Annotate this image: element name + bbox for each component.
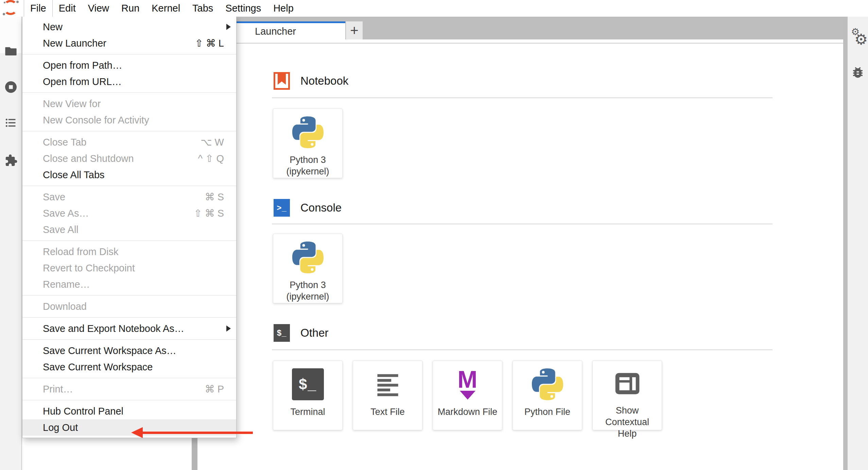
menu-item-revert-to-checkpoint[interactable]: Revert to Checkpoint: [22, 260, 236, 276]
menu-divider: [22, 240, 236, 241]
menu-divider: [22, 131, 236, 131]
section-divider: [272, 349, 772, 350]
menu-item-label: New Launcher: [43, 38, 195, 49]
menu-item-save[interactable]: Save⌘ S: [22, 189, 236, 205]
menu-item-label: New: [43, 21, 224, 33]
menu-item-label: New View for: [43, 98, 224, 110]
menu-item-save-and-export-notebook-as[interactable]: Save and Export Notebook As…: [22, 320, 236, 337]
terminal-icon: $_: [292, 368, 324, 401]
menubar-item-file[interactable]: File: [24, 0, 53, 17]
menu-divider: [22, 400, 236, 400]
extensions-icon: [4, 154, 18, 169]
launcher-card-label: Show Contextual Help: [595, 405, 660, 439]
menu-item-reload-from-disk[interactable]: Reload from Disk: [22, 244, 236, 260]
menu-item-save-as[interactable]: Save As…⇧ ⌘ S: [22, 205, 236, 221]
menu-item-label: Download: [43, 301, 224, 312]
menu-item-close-tab[interactable]: Close Tab⌥ W: [22, 134, 236, 150]
plus-icon: +: [350, 22, 359, 39]
submenu-arrow-icon: [226, 325, 231, 332]
menubar-item-kernel[interactable]: Kernel: [145, 0, 186, 17]
launcher-card-label: Text File: [370, 406, 405, 418]
debugger-icon: [851, 65, 865, 81]
menu-item-close-and-shutdown[interactable]: Close and Shutdown^ ⇧ Q: [22, 150, 236, 167]
sidebar-button-table-of-contents[interactable]: [0, 112, 21, 135]
menu-item-label: Save Current Workspace: [43, 362, 224, 373]
menu-item-label: Close and Shutdown: [43, 153, 198, 164]
sidebar-button-property-inspector[interactable]: ⚙⚙: [848, 26, 868, 49]
file-menu: NewNew Launcher⇧ ⌘ LOpen from Path…Open …: [22, 16, 237, 438]
menu-divider: [22, 54, 236, 54]
menu-divider: [22, 186, 236, 186]
section-title-notebook: Notebook: [300, 74, 348, 88]
left-sidebar: [0, 17, 22, 470]
new-tab-button[interactable]: +: [346, 21, 363, 39]
sidebar-button-extensions[interactable]: [0, 149, 21, 173]
menu-item-rename[interactable]: Rename…: [22, 276, 236, 292]
menubar-item-settings[interactable]: Settings: [219, 0, 267, 17]
section-divider: [272, 97, 772, 98]
menu-item-shortcut: ⌥ W: [201, 136, 224, 148]
menu-item-save-current-workspace-as[interactable]: Save Current Workspace As…: [22, 342, 236, 359]
menubar: FileEditViewRunKernelTabsSettingsHelp: [0, 0, 868, 17]
menu-item-open-from-path[interactable]: Open from Path…: [22, 57, 236, 73]
launcher-card-label: Python 3 (ipykernel): [276, 154, 340, 178]
menu-item-open-from-url[interactable]: Open from URL…: [22, 73, 236, 90]
menu-item-shortcut: ⌘ S: [205, 191, 224, 203]
menubar-item-edit[interactable]: Edit: [53, 0, 82, 17]
menu-item-label: Close All Tabs: [43, 169, 224, 181]
menu-item-new-console-for-activity[interactable]: New Console for Activity: [22, 112, 236, 128]
property-inspector-icon: ⚙⚙: [848, 27, 867, 48]
menu-item-close-all-tabs[interactable]: Close All Tabs: [22, 167, 236, 183]
sidebar-button-running-kernels[interactable]: [0, 76, 21, 100]
section-title-console: Console: [300, 201, 342, 215]
launcher-card-python-file[interactable]: Python File: [513, 360, 582, 430]
launcher-card-label: Markdown File: [438, 406, 498, 418]
menu-item-save-current-workspace[interactable]: Save Current Workspace: [22, 359, 236, 375]
launcher-card-terminal[interactable]: $_Terminal: [273, 360, 343, 430]
jupyter-logo-dot: [3, 13, 5, 15]
folder-icon: [4, 45, 17, 59]
menu-item-label: Save and Export Notebook As…: [43, 323, 224, 334]
menu-item-shortcut: ⌘ P: [205, 383, 224, 395]
menu-item-label: Revert to Checkpoint: [43, 263, 224, 274]
python-logo: [292, 116, 324, 149]
sidebar-button-debugger[interactable]: [848, 61, 868, 85]
dock-right-gutter: [843, 17, 848, 470]
launcher-card-python-3-ipykernel[interactable]: Python 3 (ipykernel): [273, 108, 343, 178]
menu-item-shortcut: ⇧ ⌘ S: [194, 207, 224, 219]
menu-item-shortcut: ⇧ ⌘ L: [195, 37, 224, 49]
launcher-card-markdown-file[interactable]: MMarkdown File: [433, 360, 502, 430]
menu-divider: [22, 93, 236, 93]
menu-item-new[interactable]: New: [22, 19, 236, 35]
menu-item-download[interactable]: Download: [22, 298, 236, 315]
right-sidebar: ⚙⚙: [848, 17, 868, 470]
menu-item-save-all[interactable]: Save All: [22, 221, 236, 238]
launcher-card-python-3-ipykernel[interactable]: Python 3 (ipykernel): [273, 234, 343, 303]
contextual-help-icon: [611, 368, 643, 400]
other-icon: $_: [274, 324, 290, 342]
menu-item-new-launcher[interactable]: New Launcher⇧ ⌘ L: [22, 35, 236, 51]
menu-item-label: Save All: [43, 224, 224, 235]
menu-item-label: New Console for Activity: [43, 115, 224, 126]
console-icon: >_: [274, 199, 290, 217]
markdown-icon: M: [452, 368, 484, 401]
section-divider: [272, 223, 772, 224]
jupyter-logo-dot: [16, 1, 19, 3]
menubar-item-help[interactable]: Help: [267, 0, 300, 17]
python-logo: [292, 241, 324, 274]
menu-item-new-view-for[interactable]: New View for: [22, 96, 236, 112]
launcher-card-show-contextual-help[interactable]: Show Contextual Help: [592, 360, 662, 430]
submenu-arrow-icon: [226, 24, 231, 30]
launcher-card-text-file[interactable]: Text File: [353, 360, 422, 430]
sidebar-button-folder[interactable]: [0, 40, 21, 64]
menubar-item-view[interactable]: View: [82, 0, 115, 17]
annotation-arrow-line: [139, 432, 253, 434]
menu-item-print[interactable]: Print…⌘ P: [22, 381, 236, 397]
menubar-item-run[interactable]: Run: [115, 0, 145, 17]
table-of-contents-icon: [4, 116, 17, 131]
menubar-item-tabs[interactable]: Tabs: [186, 0, 219, 17]
menu-item-hub-control-panel[interactable]: Hub Control Panel: [22, 403, 236, 419]
annotation-arrow-head: [131, 427, 143, 438]
menu-divider: [22, 295, 236, 296]
menu-item-label: Save Current Workspace As…: [43, 345, 224, 356]
